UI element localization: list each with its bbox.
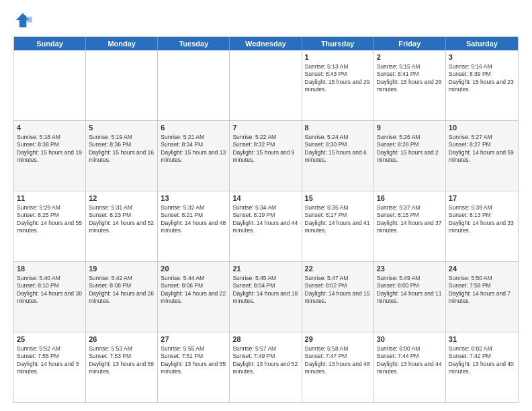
day-number: 30 [377,334,443,345]
calendar-cell [86,50,158,120]
day-number: 8 [305,123,371,133]
calendar-cell: 13Sunrise: 5:32 AMSunset: 8:21 PMDayligh… [158,191,230,261]
daylight-text: Daylight: 14 hours and 26 minutes. [89,290,154,304]
day-number: 28 [232,334,298,345]
calendar-row-3: 11Sunrise: 5:29 AMSunset: 8:25 PMDayligh… [14,191,518,261]
header-day-sunday: Sunday [14,37,86,50]
sunrise-text: Sunrise: 5:15 AM [377,63,420,70]
sunrise-text: Sunrise: 5:50 AM [449,275,492,281]
header-day-friday: Friday [374,37,446,50]
calendar-cell: 10Sunrise: 5:27 AMSunset: 8:27 PMDayligh… [446,121,518,191]
daylight-text: Daylight: 15 hours and 16 minutes. [89,149,154,163]
sunrise-text: Sunrise: 5:19 AM [89,134,132,140]
calendar-cell: 5Sunrise: 5:19 AMSunset: 8:36 PMDaylight… [86,121,158,191]
sunrise-text: Sunrise: 5:55 AM [161,345,204,352]
sunrise-text: Sunrise: 6:00 AM [377,345,420,352]
daylight-text: Daylight: 14 hours and 52 minutes. [89,220,154,234]
sunset-text: Sunset: 7:58 PM [449,282,491,289]
daylight-text: Daylight: 15 hours and 2 minutes. [377,149,439,163]
sunset-text: Sunset: 8:27 PM [449,141,491,148]
day-number: 22 [305,264,371,274]
calendar-cell [230,50,302,120]
day-number: 29 [305,334,371,345]
calendar-cell: 19Sunrise: 5:42 AMSunset: 8:08 PMDayligh… [86,262,158,332]
calendar-cell: 22Sunrise: 5:47 AMSunset: 8:02 PMDayligh… [302,262,374,332]
sunset-text: Sunset: 8:36 PM [89,141,131,148]
day-number: 26 [89,334,154,345]
day-number: 7 [232,123,298,133]
day-number: 13 [161,193,226,203]
calendar-cell: 15Sunrise: 5:35 AMSunset: 8:17 PMDayligh… [302,191,374,261]
sunrise-text: Sunrise: 5:42 AM [89,275,132,281]
calendar-body: 1Sunrise: 5:13 AMSunset: 8:43 PMDaylight… [14,50,518,402]
sunset-text: Sunset: 7:53 PM [89,353,131,359]
daylight-text: Daylight: 14 hours and 44 minutes. [232,220,298,234]
day-number: 15 [305,193,371,203]
sunset-text: Sunset: 8:38 PM [17,141,59,148]
daylight-text: Daylight: 14 hours and 22 minutes. [161,290,226,304]
calendar-cell: 1Sunrise: 5:13 AMSunset: 8:43 PMDaylight… [302,50,374,120]
header-day-monday: Monday [86,37,158,50]
sunset-text: Sunset: 8:02 PM [305,282,347,289]
sunrise-text: Sunrise: 5:40 AM [17,275,60,281]
page: SundayMondayTuesdayWednesdayThursdayFrid… [0,0,532,411]
calendar-cell: 9Sunrise: 5:26 AMSunset: 8:28 PMDaylight… [374,121,446,191]
calendar-cell: 28Sunrise: 5:57 AMSunset: 7:49 PMDayligh… [230,332,302,402]
day-number: 10 [449,123,515,133]
sunrise-text: Sunrise: 5:22 AM [232,134,276,140]
daylight-text: Daylight: 15 hours and 13 minutes. [161,149,226,163]
sunset-text: Sunset: 8:25 PM [17,212,59,218]
header-day-thursday: Thursday [302,37,374,50]
calendar-cell: 16Sunrise: 5:37 AMSunset: 8:15 PMDayligh… [374,191,446,261]
sunrise-text: Sunrise: 5:53 AM [89,345,132,352]
daylight-text: Daylight: 15 hours and 6 minutes. [305,149,367,163]
sunrise-text: Sunrise: 6:02 AM [449,345,492,352]
daylight-text: Daylight: 14 hours and 15 minutes. [305,290,370,304]
calendar-cell: 26Sunrise: 5:53 AMSunset: 7:53 PMDayligh… [86,332,158,402]
daylight-text: Daylight: 14 hours and 41 minutes. [305,220,370,234]
svg-marker-1 [26,17,32,23]
daylight-text: Daylight: 13 hours and 52 minutes. [232,361,298,375]
calendar-cell: 4Sunrise: 5:18 AMSunset: 8:38 PMDaylight… [14,121,86,191]
sunset-text: Sunset: 8:21 PM [161,212,203,218]
sunset-text: Sunset: 8:15 PM [377,212,419,218]
header-day-wednesday: Wednesday [230,37,302,50]
sunset-text: Sunset: 7:55 PM [17,353,59,359]
daylight-text: Daylight: 15 hours and 26 minutes. [377,79,442,93]
sunrise-text: Sunrise: 5:27 AM [449,134,492,140]
sunset-text: Sunset: 8:10 PM [17,282,59,289]
daylight-text: Daylight: 14 hours and 55 minutes. [17,220,82,234]
daylight-text: Daylight: 15 hours and 23 minutes. [449,79,514,93]
day-number: 27 [161,334,226,345]
sunset-text: Sunset: 8:04 PM [232,282,275,289]
logo [13,11,35,30]
daylight-text: Daylight: 15 hours and 29 minutes. [305,79,370,93]
calendar: SundayMondayTuesdayWednesdayThursdayFrid… [13,36,519,403]
daylight-text: Daylight: 14 hours and 11 minutes. [377,290,442,304]
daylight-text: Daylight: 14 hours and 33 minutes. [449,220,514,234]
daylight-text: Daylight: 13 hours and 48 minutes. [305,361,370,375]
sunrise-text: Sunrise: 5:35 AM [305,204,349,211]
sunrise-text: Sunrise: 5:32 AM [161,204,204,211]
calendar-cell: 29Sunrise: 5:58 AMSunset: 7:47 PMDayligh… [302,332,374,402]
sunset-text: Sunset: 8:19 PM [232,212,275,218]
calendar-cell: 14Sunrise: 5:34 AMSunset: 8:19 PMDayligh… [230,191,302,261]
day-number: 17 [449,193,515,203]
sunset-text: Sunset: 7:44 PM [377,353,419,359]
sunrise-text: Sunrise: 5:44 AM [161,275,204,281]
sunrise-text: Sunrise: 5:49 AM [377,275,420,281]
sunset-text: Sunset: 8:43 PM [305,71,347,77]
sunset-text: Sunset: 7:47 PM [305,353,347,359]
calendar-cell [14,50,86,120]
day-number: 25 [17,334,83,345]
header [13,11,519,30]
sunrise-text: Sunrise: 5:18 AM [17,134,60,140]
sunset-text: Sunset: 7:42 PM [449,353,491,359]
sunset-text: Sunset: 7:49 PM [232,353,275,359]
day-number: 23 [377,264,443,274]
calendar-cell: 6Sunrise: 5:21 AMSunset: 8:34 PMDaylight… [158,121,230,191]
daylight-text: Daylight: 14 hours and 59 minutes. [449,149,514,163]
daylight-text: Daylight: 15 hours and 19 minutes. [17,149,82,163]
calendar-cell: 7Sunrise: 5:22 AMSunset: 8:32 PMDaylight… [230,121,302,191]
day-number: 18 [17,264,83,274]
